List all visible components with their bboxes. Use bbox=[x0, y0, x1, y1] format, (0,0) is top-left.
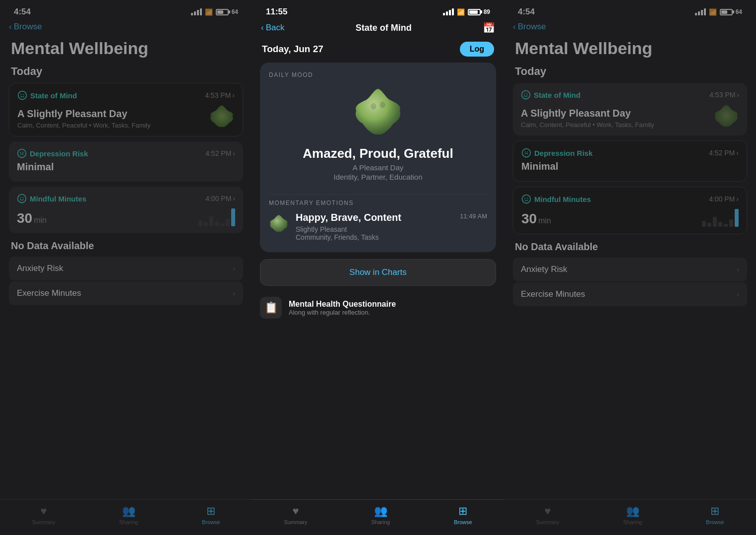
sharing-icon-center: 👥 bbox=[374, 505, 387, 518]
tab-browse-center[interactable]: ⊞ Browse bbox=[454, 505, 472, 525]
heart-icon-left: ♥ bbox=[40, 505, 47, 518]
back-chevron-left: ‹ bbox=[9, 22, 12, 32]
mindful-minutes-card-right[interactable]: Mindful Minutes 4:00 PM 30 min bbox=[513, 187, 747, 234]
tab-browse-left[interactable]: ⊞ Browse bbox=[202, 505, 220, 525]
battery-pct-left: 64 bbox=[232, 8, 238, 15]
mindful-icon-right bbox=[521, 194, 531, 204]
anxiety-risk-item-left[interactable]: Anxiety Risk bbox=[9, 257, 243, 280]
tab-sharing-left[interactable]: 👥 Sharing bbox=[119, 505, 138, 525]
wifi-icon-center: 📶 bbox=[457, 8, 465, 16]
back-button-center[interactable]: ‹ Back bbox=[261, 23, 284, 33]
mind-icon-right bbox=[521, 90, 531, 100]
back-button-right[interactable]: ‹ Browse bbox=[513, 22, 546, 32]
chevron-som-right bbox=[737, 91, 739, 99]
svg-point-17 bbox=[522, 195, 531, 203]
svg-point-16 bbox=[527, 151, 528, 152]
sharing-icon-left: 👥 bbox=[122, 505, 135, 518]
moment-tags: Community, Friends, Tasks bbox=[296, 233, 453, 241]
no-data-label-right: No Data Available bbox=[513, 239, 747, 258]
svg-point-8 bbox=[23, 197, 24, 198]
svg-point-13 bbox=[527, 93, 528, 94]
anxiety-risk-item-right[interactable]: Anxiety Risk bbox=[513, 258, 747, 281]
exercise-minutes-item-right[interactable]: Exercise Minutes bbox=[513, 282, 747, 306]
back-label-center: Back bbox=[266, 23, 285, 33]
date-log-row: Today, Jun 27 Log bbox=[252, 37, 504, 63]
exercise-minutes-item-left[interactable]: Exercise Minutes bbox=[9, 281, 243, 305]
page-title-right: Mental Wellbeing bbox=[513, 39, 747, 58]
back-label-left: Browse bbox=[14, 22, 42, 32]
depression-value-left: Minimal bbox=[17, 161, 235, 173]
state-of-mind-title-right: A Slightly Pleasant Day bbox=[521, 108, 654, 119]
no-data-label-left: No Data Available bbox=[9, 238, 243, 257]
log-button[interactable]: Log bbox=[460, 42, 494, 57]
browse-icon-right: ⊞ bbox=[710, 505, 719, 518]
mhq-subtitle: Along with regular reflection. bbox=[289, 309, 396, 316]
nav-title-center: State of Mind bbox=[284, 23, 483, 33]
moment-subtitle: Slightly Pleasant bbox=[296, 225, 453, 233]
battery-icon-center bbox=[468, 9, 481, 15]
mindful-label-right: Mindful Minutes bbox=[521, 194, 591, 204]
mhq-row[interactable]: 📋 Mental Health Questionnaire Along with… bbox=[260, 292, 496, 324]
mindful-barchart-right bbox=[702, 207, 739, 227]
browse-icon-center: ⊞ bbox=[458, 505, 467, 518]
anxiety-chevron-right bbox=[737, 266, 739, 273]
tab-summary-center[interactable]: ♥ Summary bbox=[284, 505, 307, 525]
nav-bar-right: ‹ Browse bbox=[504, 20, 756, 35]
signal-icon-right bbox=[695, 8, 706, 15]
mindful-value-right: 30 min bbox=[521, 211, 551, 227]
calendar-icon-center[interactable]: 📅 bbox=[483, 22, 495, 34]
back-button-left[interactable]: ‹ Browse bbox=[9, 22, 42, 32]
back-chevron-center: ‹ bbox=[261, 23, 264, 33]
svg-point-11 bbox=[522, 91, 530, 99]
show-charts-button[interactable]: Show in Charts bbox=[260, 259, 496, 286]
signal-icon-center bbox=[443, 8, 454, 15]
state-of-mind-time-right: 4:53 PM bbox=[709, 91, 739, 99]
mood-divider bbox=[269, 194, 487, 195]
depression-value-right: Minimal bbox=[521, 161, 739, 172]
anxiety-chevron-left bbox=[233, 265, 235, 272]
chevron-dep-left bbox=[233, 149, 235, 157]
svg-point-15 bbox=[525, 151, 526, 152]
svg-point-0 bbox=[18, 91, 27, 100]
mood-subtitle: A Pleasant Day bbox=[353, 163, 404, 172]
status-time-center: 11:55 bbox=[266, 7, 287, 17]
chevron-dep-right bbox=[736, 149, 739, 157]
tab-browse-right[interactable]: ⊞ Browse bbox=[706, 505, 724, 525]
heart-icon-center: ♥ bbox=[292, 505, 299, 518]
svg-point-12 bbox=[524, 93, 525, 94]
depression-risk-card-left[interactable]: Depression Risk 4:52 PM Minimal bbox=[9, 141, 243, 182]
back-label-right: Browse bbox=[518, 22, 546, 32]
daily-mood-star-icon bbox=[351, 84, 405, 139]
mood-card: DAILY MOOD Amazed, Proud, Grateful A Ple… bbox=[260, 63, 496, 252]
tab-sharing-right[interactable]: 👥 Sharing bbox=[623, 505, 642, 525]
tab-summary-right[interactable]: ♥ Summary bbox=[536, 505, 559, 525]
nav-bar-center: ‹ Back State of Mind 📅 bbox=[252, 20, 504, 37]
depression-risk-card-right[interactable]: Depression Risk 4:52 PM Minimal bbox=[513, 140, 747, 182]
state-of-mind-label-left: State of Mind bbox=[17, 90, 77, 100]
content-left: Mental Wellbeing Today State of Mind 4:5… bbox=[0, 35, 252, 499]
state-of-mind-card-right[interactable]: State of Mind 4:53 PM A Slightly Pleasan… bbox=[513, 83, 747, 135]
mindful-minutes-card-left[interactable]: Mindful Minutes 4:00 PM 30 min bbox=[9, 187, 243, 233]
mindful-time-left: 4:00 PM bbox=[205, 195, 235, 202]
chevron-icon-left bbox=[232, 91, 235, 99]
status-icons-center: 📶 89 bbox=[443, 8, 490, 16]
tab-sharing-center[interactable]: 👥 Sharing bbox=[371, 505, 390, 525]
tab-bar-left: ♥ Summary 👥 Sharing ⊞ Browse bbox=[0, 499, 252, 535]
back-chevron-right: ‹ bbox=[513, 22, 516, 32]
state-of-mind-card-left[interactable]: State of Mind 4:53 PM A Slightly Pleasan… bbox=[9, 83, 243, 136]
state-of-mind-time-left: 4:53 PM bbox=[205, 91, 235, 99]
mood-star-icon-left bbox=[209, 103, 235, 129]
mood-star-icon-right bbox=[713, 103, 739, 129]
tab-summary-left[interactable]: ♥ Summary bbox=[32, 505, 55, 525]
chevron-mindful-right bbox=[736, 195, 739, 203]
mindful-time-right: 4:00 PM bbox=[709, 195, 739, 203]
svg-point-6 bbox=[18, 195, 26, 203]
status-bar-left: 4:54 📶 64 bbox=[0, 0, 252, 20]
status-icons-left: 📶 64 bbox=[191, 8, 238, 16]
svg-point-14 bbox=[522, 149, 531, 157]
status-time-right: 4:54 bbox=[518, 7, 535, 17]
svg-point-19 bbox=[527, 198, 528, 199]
mhq-icon: 📋 bbox=[260, 297, 282, 319]
tab-bar-center: ♥ Summary 👥 Sharing ⊞ Browse bbox=[252, 499, 504, 535]
today-label-right: Today bbox=[513, 65, 747, 78]
